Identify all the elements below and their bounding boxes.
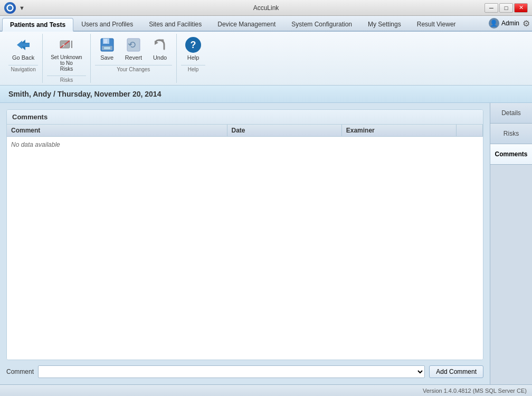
tab-sites-and-facilities[interactable]: Sites and Facilities bbox=[141, 17, 210, 31]
toolbar-navigation-group-label: Navigation bbox=[8, 65, 38, 72]
no-data-message: No data available bbox=[7, 137, 483, 153]
help-icon: ? bbox=[185, 36, 202, 53]
comment-field-label: Comment bbox=[6, 368, 34, 375]
menu-bar: Patients and Tests Users and Profiles Si… bbox=[0, 16, 532, 32]
extra-col-header bbox=[457, 125, 483, 136]
date-col-header: Date bbox=[227, 125, 342, 136]
toolbar-group-help: ? Help Help bbox=[177, 34, 210, 83]
examiner-col-header: Examiner bbox=[342, 125, 457, 136]
revert-icon: ⟲ bbox=[125, 36, 142, 53]
right-panel: Details Risks Comments bbox=[490, 103, 532, 384]
svg-text:?: ? bbox=[62, 43, 65, 48]
tab-device-management[interactable]: Device Management bbox=[210, 17, 283, 31]
comments-panel-title: Comments bbox=[7, 110, 483, 125]
svg-rect-9 bbox=[104, 39, 107, 43]
right-tab-comments[interactable]: Comments bbox=[490, 144, 532, 165]
comments-panel: Comments Comment Date Examiner No data a… bbox=[6, 109, 483, 360]
right-tab-details[interactable]: Details bbox=[490, 103, 532, 124]
page-header: Smith, Andy / Thursday, November 20, 201… bbox=[0, 86, 532, 103]
window-controls: ─ □ ✕ bbox=[484, 3, 528, 13]
go-back-button[interactable]: Go Back bbox=[8, 34, 38, 64]
go-back-icon bbox=[15, 36, 32, 53]
toolbar-help-buttons: ? Help bbox=[181, 34, 205, 64]
tab-system-configuration[interactable]: System Configuration bbox=[283, 17, 360, 31]
settings-icon[interactable]: ⚙ bbox=[522, 18, 530, 29]
maximize-button[interactable]: □ bbox=[499, 3, 513, 13]
comments-table-body: No data available bbox=[7, 137, 483, 360]
revert-label: Revert bbox=[125, 54, 142, 61]
title-bar-left: ▼ bbox=[4, 2, 25, 14]
toolbar-risks-buttons: ? Set Unknownto NoRisks bbox=[47, 34, 86, 74]
tab-users-and-profiles[interactable]: Users and Profiles bbox=[73, 17, 141, 31]
go-back-label: Go Back bbox=[12, 54, 34, 61]
admin-label: Admin bbox=[501, 20, 519, 27]
right-tab-risks[interactable]: Risks bbox=[490, 124, 532, 144]
tab-my-settings[interactable]: My Settings bbox=[360, 17, 409, 31]
close-button[interactable]: ✕ bbox=[514, 3, 528, 13]
comment-input-row: Comment Add Comment bbox=[6, 365, 483, 378]
comment-dropdown[interactable] bbox=[38, 365, 425, 378]
dropdown-arrow[interactable]: ▼ bbox=[19, 5, 25, 11]
toolbar-changes-group-label: Your Changes bbox=[95, 65, 172, 72]
set-unknown-icon: ? bbox=[58, 36, 75, 53]
toolbar-risks-group-label: Risks bbox=[47, 76, 86, 83]
svg-text:⟲: ⟲ bbox=[128, 40, 136, 50]
patient-header-text: Smith, Andy / Thursday, November 20, 201… bbox=[8, 90, 161, 98]
save-icon bbox=[99, 36, 116, 53]
help-label: Help bbox=[187, 54, 200, 61]
undo-icon bbox=[151, 36, 168, 53]
app-title: AccuLink bbox=[253, 4, 279, 12]
save-label: Save bbox=[100, 54, 113, 61]
revert-button[interactable]: ⟲ Revert bbox=[121, 34, 146, 64]
comment-col-header: Comment bbox=[7, 125, 227, 136]
main-content: Comments Comment Date Examiner No data a… bbox=[0, 103, 532, 384]
menu-bar-right: 👤 Admin ⚙ bbox=[489, 18, 530, 31]
undo-button[interactable]: Undo bbox=[148, 34, 172, 64]
toolbar-help-group-label: Help bbox=[181, 65, 205, 72]
set-unknown-label: Set Unknownto NoRisks bbox=[51, 54, 82, 72]
admin-icon: 👤 bbox=[489, 18, 499, 29]
app-logo bbox=[4, 2, 16, 14]
add-comment-button[interactable]: Add Comment bbox=[429, 365, 483, 378]
toolbar-navigation-buttons: Go Back bbox=[8, 34, 38, 64]
set-unknown-button[interactable]: ? Set Unknownto NoRisks bbox=[47, 34, 86, 74]
toolbar-group-risks: ? Set Unknownto NoRisks Risks bbox=[43, 34, 90, 83]
toolbar-changes-buttons: Save ⟲ Revert bbox=[95, 34, 172, 64]
save-button[interactable]: Save bbox=[95, 34, 119, 64]
minimize-button[interactable]: ─ bbox=[484, 3, 498, 13]
undo-label: Undo bbox=[153, 54, 167, 61]
left-panel: Comments Comment Date Examiner No data a… bbox=[0, 103, 490, 384]
toolbar-group-your-changes: Save ⟲ Revert bbox=[91, 34, 177, 83]
comments-table-header: Comment Date Examiner bbox=[7, 125, 483, 137]
tab-patients-and-tests[interactable]: Patients and Tests bbox=[2, 18, 73, 32]
help-button[interactable]: ? Help bbox=[181, 34, 205, 64]
toolbar: Go Back Navigation ? Set Unknownto NoRis… bbox=[0, 32, 532, 86]
admin-area: 👤 Admin bbox=[489, 18, 519, 29]
tab-result-viewer[interactable]: Result Viewer bbox=[409, 17, 464, 31]
svg-rect-11 bbox=[104, 47, 110, 49]
title-bar: ▼ AccuLink ─ □ ✕ bbox=[0, 0, 532, 16]
toolbar-group-navigation: Go Back Navigation bbox=[4, 34, 43, 83]
version-text: Version 1.4.0.4812 (MS SQL Server CE) bbox=[423, 388, 527, 394]
status-bar: Version 1.4.0.4812 (MS SQL Server CE) bbox=[0, 384, 532, 396]
